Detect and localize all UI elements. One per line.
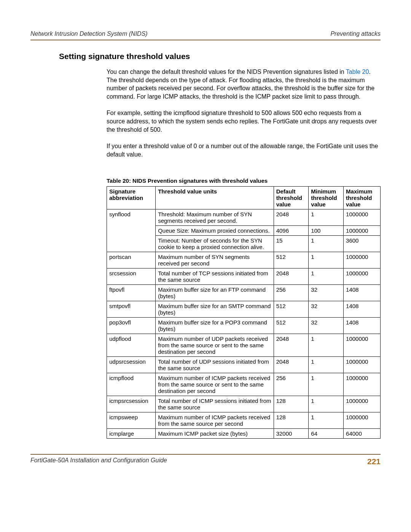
cell-max: 1000000: [344, 412, 381, 429]
cell-max: 1000000: [344, 334, 381, 357]
cell-min: 1: [309, 268, 344, 285]
table-row: udpsrcsessionTotal number of UDP session…: [107, 357, 381, 373]
table-caption: Table 20: NIDS Prevention signatures wit…: [107, 177, 381, 184]
table-row: portscanMaximum number of SYN segments r…: [107, 252, 381, 268]
paragraph-1: You can change the default threshold val…: [107, 68, 381, 101]
cell-max: 1000000: [344, 268, 381, 285]
cell-def: 512: [274, 301, 309, 318]
cell-def: 128: [274, 412, 309, 429]
paragraph-3: If you enter a threshold value of 0 or a…: [107, 142, 381, 158]
cell-units: Maximum buffer size for an SMTP command …: [156, 301, 274, 318]
cell-min: 1: [309, 334, 344, 357]
th-default: Default threshold value: [274, 187, 309, 209]
cell-signature: icmplarge: [107, 429, 156, 439]
cell-min: 100: [309, 226, 344, 236]
cell-signature: udpflood: [107, 334, 156, 357]
cell-min: 32: [309, 285, 344, 301]
p1-text-a: You can change the default threshold val…: [107, 69, 346, 75]
cell-units: Threshold: Maximum number of SYN segment…: [156, 209, 274, 226]
cell-min: 1: [309, 236, 344, 252]
th-units: Threshold value units: [156, 187, 274, 209]
cell-min: 1: [309, 412, 344, 429]
header-right: Preventing attacks: [330, 30, 381, 37]
cell-def: 15: [274, 236, 309, 252]
page-footer: FortiGate-50A Installation and Configura…: [30, 457, 381, 466]
header-left: Network Intrusion Detection System (NIDS…: [30, 30, 148, 37]
page: Network Intrusion Detection System (NIDS…: [0, 0, 411, 532]
cell-min: 1: [309, 209, 344, 226]
cell-def: 2048: [274, 334, 309, 357]
table-row: ftpovflMaximum buffer size for an FTP co…: [107, 285, 381, 301]
thresholds-table: Signature abbreviation Threshold value u…: [107, 186, 381, 439]
cell-units: Total number of ICMP sessions initiated …: [156, 396, 274, 412]
cell-def: 2048: [274, 357, 309, 373]
cell-max: 1408: [344, 285, 381, 301]
cell-signature: icmpflood: [107, 373, 156, 396]
cell-def: 128: [274, 396, 309, 412]
cell-min: 1: [309, 357, 344, 373]
cell-units: Maximum number of UDP packets received f…: [156, 334, 274, 357]
table-row: pop3ovflMaximum buffer size for a POP3 c…: [107, 318, 381, 334]
cell-min: 1: [309, 252, 344, 268]
cell-max: 1000000: [344, 226, 381, 236]
page-header: Network Intrusion Detection System (NIDS…: [30, 30, 381, 40]
cell-def: 2048: [274, 209, 309, 226]
cell-units: Total number of UDP sessions initiated f…: [156, 357, 274, 373]
cell-units: Maximum number of ICMP packets received …: [156, 373, 274, 396]
section-title: Setting signature threshold values: [59, 52, 381, 61]
cell-min: 32: [309, 318, 344, 334]
cell-max: 1000000: [344, 252, 381, 268]
footer-left: FortiGate-50A Installation and Configura…: [30, 457, 167, 466]
cell-def: 32000: [274, 429, 309, 439]
th-minimum: Minimum threshold value: [309, 187, 344, 209]
footer-right: 221: [367, 457, 381, 466]
body-block: You can change the default threshold val…: [107, 68, 381, 439]
cell-min: 32: [309, 301, 344, 318]
cell-signature: udpsrcsession: [107, 357, 156, 373]
cell-signature: ftpovfl: [107, 285, 156, 301]
cell-max: 1000000: [344, 209, 381, 226]
cell-def: 512: [274, 318, 309, 334]
cell-units: Maximum buffer size for a POP3 command (…: [156, 318, 274, 334]
cell-signature: synflood: [107, 209, 156, 252]
cell-min: 1: [309, 373, 344, 396]
cell-signature: smtpovfl: [107, 301, 156, 318]
cell-units: Maximum buffer size for an FTP command (…: [156, 285, 274, 301]
cell-def: 256: [274, 285, 309, 301]
table-header-row: Signature abbreviation Threshold value u…: [107, 187, 381, 209]
th-maximum: Maximum threshold value: [344, 187, 381, 209]
cell-max: 1408: [344, 301, 381, 318]
cell-def: 256: [274, 373, 309, 396]
cell-max: 1000000: [344, 396, 381, 412]
footer-rule: [30, 454, 381, 455]
cell-units: Maximum number of SYN segments received …: [156, 252, 274, 268]
cell-units: Timeout: Number of seconds for the SYN c…: [156, 236, 274, 252]
table-row: synfloodThreshold: Maximum number of SYN…: [107, 209, 381, 226]
table-row: srcsessionTotal number of TCP sessions i…: [107, 268, 381, 285]
cell-min: 64: [309, 429, 344, 439]
cell-units: Maximum ICMP packet size (bytes): [156, 429, 274, 439]
cell-max: 1000000: [344, 357, 381, 373]
cell-signature: pop3ovfl: [107, 318, 156, 334]
cell-signature: portscan: [107, 252, 156, 268]
cell-def: 2048: [274, 268, 309, 285]
table-20-link[interactable]: Table 20: [346, 69, 369, 75]
cell-max: 3600: [344, 236, 381, 252]
paragraph-2: For example, setting the icmpflood signa…: [107, 109, 381, 134]
table-row: icmpsrcsessionTotal number of ICMP sessi…: [107, 396, 381, 412]
cell-signature: icmpsrcsession: [107, 396, 156, 412]
cell-units: Maximum number of ICMP packets received …: [156, 412, 274, 429]
th-signature: Signature abbreviation: [107, 187, 156, 209]
table-row: smtpovflMaximum buffer size for an SMTP …: [107, 301, 381, 318]
cell-max: 1000000: [344, 373, 381, 396]
cell-max: 1408: [344, 318, 381, 334]
cell-signature: icmpsweep: [107, 412, 156, 429]
cell-signature: srcsession: [107, 268, 156, 285]
cell-max: 64000: [344, 429, 381, 439]
cell-def: 512: [274, 252, 309, 268]
cell-def: 4096: [274, 226, 309, 236]
table-row: udpfloodMaximum number of UDP packets re…: [107, 334, 381, 357]
cell-min: 1: [309, 396, 344, 412]
table-row: icmplargeMaximum ICMP packet size (bytes…: [107, 429, 381, 439]
cell-units: Queue Size: Maximum proxied connections.: [156, 226, 274, 236]
